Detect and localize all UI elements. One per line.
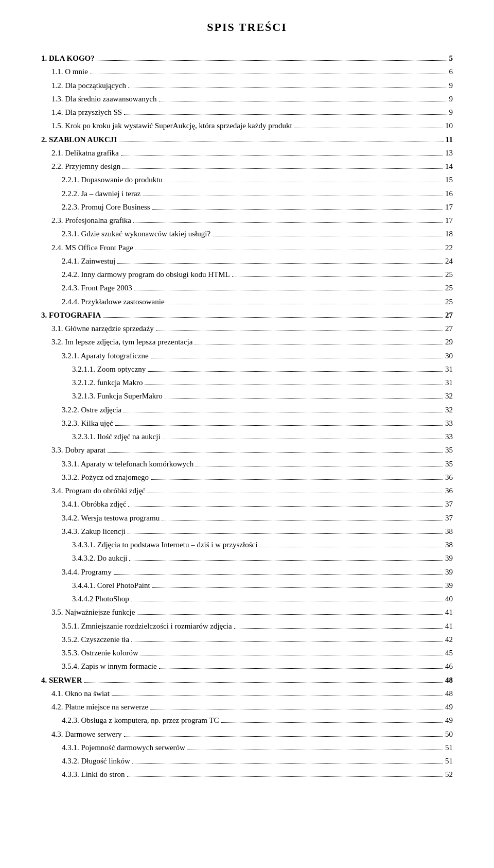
toc-page: 37 (445, 512, 453, 524)
toc-page: 39 (445, 566, 453, 578)
toc-page: 16 (445, 188, 453, 200)
toc-dots (187, 750, 443, 750)
toc-page: 51 (445, 755, 453, 767)
toc-dots (131, 641, 443, 642)
toc-label: 3.2. Im lepsze zdjęcia, tym lepsza preze… (51, 336, 192, 348)
toc-dots (196, 466, 443, 466)
toc-label: 3.4.3.1. Zdjęcia to podstawa Internetu –… (72, 539, 257, 551)
toc-dots (135, 250, 443, 250)
toc-entry: 3.2.1.3. Funkcja SuperMakro32 (41, 390, 453, 402)
toc-page: 14 (445, 161, 453, 172)
toc-entry: 3.2.3. Kilka ujęć33 (41, 418, 453, 429)
toc-page: 52 (445, 769, 453, 780)
toc-dots (103, 317, 443, 318)
toc-entry: 2.4.4. Przykładowe zastosowanie25 (41, 296, 453, 308)
toc-entry: 3.4.4. Programy39 (41, 566, 453, 578)
toc-entry: 3.5.1. Zmniejszanie rozdzielczości i roz… (41, 620, 453, 632)
toc-entry: 3.3.2. Pożycz od znajomego36 (41, 472, 453, 483)
toc-entry: 2.4.2. Inny darmowy program do obsługi k… (41, 269, 453, 281)
toc-label: 3.4.2. Wersja testowa programu (62, 512, 160, 524)
toc-label: 2.2.1. Dopasowanie do produktu (62, 174, 163, 186)
toc-label: 3.4.3. Zakup licencji (62, 526, 126, 537)
toc-page: 17 (445, 201, 453, 213)
toc-label: 3.4.4.1. Corel PhotoPaint (72, 580, 150, 592)
toc-dots (128, 88, 447, 88)
toc-dots (114, 574, 443, 575)
toc-page: 40 (445, 593, 453, 605)
toc-label: 1. DLA KOGO? (41, 53, 95, 64)
toc-dots (234, 628, 443, 629)
toc-entry: 2.4.3. Front Page 200325 (41, 282, 453, 294)
toc-dots (124, 114, 447, 115)
toc-dots (152, 587, 443, 588)
toc-page: 24 (445, 255, 453, 267)
toc-entry: 4.2. Płatne miejsce na serwerze49 (41, 701, 453, 713)
toc-label: 3.4.4.2 PhotoShop (72, 593, 129, 605)
toc-dots (151, 358, 443, 358)
toc-page: 25 (445, 269, 453, 281)
toc-dots (117, 263, 443, 264)
toc-entry: 3.5. Najważniejsze funkcje41 (41, 606, 453, 618)
toc-dots (131, 601, 443, 601)
toc-entry: 1. DLA KOGO?5 (41, 53, 453, 64)
toc-dots (140, 655, 443, 655)
toc-label: 2.4.3. Front Page 2003 (62, 282, 132, 294)
toc-dots (148, 371, 443, 372)
toc-label: 2.2.3. Promuj Core Business (62, 201, 150, 213)
toc-page: 25 (445, 296, 453, 308)
toc-dots (128, 506, 443, 507)
toc-page: 27 (445, 323, 453, 335)
toc-entry: 4.3.3. Linki do stron52 (41, 769, 453, 780)
toc-label: 1.1. O mnie (51, 66, 88, 78)
toc-label: 3. FOTOGRAFIA (41, 309, 101, 321)
toc-page: 37 (445, 498, 453, 510)
toc-entry: 3.1. Główne narzędzie sprzedaży27 (41, 323, 453, 335)
toc-entry: 4.3.1. Pojemność darmowych serwerów51 (41, 742, 453, 754)
toc-entry: 2.2.1. Dopasowanie do produktu15 (41, 174, 453, 186)
toc-entry: 1.3. Dla średnio zaawansowanych9 (41, 93, 453, 105)
toc-label: 3.1. Główne narzędzie sprzedaży (51, 323, 154, 335)
toc-label: 2.2. Przyjemny design (51, 161, 120, 172)
toc-entry: 4.3.2. Długość linków51 (41, 755, 453, 767)
toc-label: 2. SZABLON AUKCJI (41, 134, 117, 146)
toc-entry: 3.4.2. Wersja testowa programu37 (41, 512, 453, 524)
toc-dots (213, 236, 443, 236)
toc-label: 3.5.1. Zmniejszanie rozdzielczości i roz… (62, 620, 232, 632)
toc-label: 4.3.3. Linki do stron (62, 769, 125, 780)
toc-label: 2.3. Profesjonalna grafika (51, 215, 131, 227)
toc-dots (97, 60, 447, 61)
toc-page: 30 (445, 350, 453, 362)
toc-dots (137, 614, 443, 615)
toc-dots (151, 479, 443, 480)
toc-entry: 3.5.2. Czyszczenie tła42 (41, 634, 453, 646)
toc-entry: 2.1. Delikatna grafika13 (41, 147, 453, 159)
toc-entry: 4.1. Okno na świat48 (41, 688, 453, 700)
toc-dots (150, 709, 443, 709)
toc-entry: 3.2. Im lepsze zdjęcia, tym lepsza preze… (41, 336, 453, 348)
toc-label: 4.1. Okno na świat (51, 688, 110, 700)
toc-label: 1.2. Dla początkujących (51, 80, 126, 92)
toc-page: 46 (445, 661, 453, 672)
toc-label: 4. SERWER (41, 674, 82, 686)
toc-label: 3.2.1.3. Funkcja SuperMakro (72, 390, 163, 402)
toc-label: 4.2. Płatne miejsce na serwerze (51, 701, 148, 713)
toc-dots (221, 722, 443, 723)
toc-page: 15 (445, 174, 453, 186)
toc-dots (132, 763, 443, 763)
toc-entry: 4. SERWER48 (41, 674, 453, 686)
toc-page: 51 (445, 742, 453, 754)
toc-page: 36 (445, 485, 453, 497)
toc-page: 38 (445, 526, 453, 537)
toc-label: 3.2.3. Kilka ujęć (62, 418, 113, 429)
toc-dots (108, 452, 443, 453)
toc-label: 4.3. Darmowe serwery (51, 728, 122, 740)
toc-entry: 3.3. Dobry aparat35 (41, 444, 453, 456)
toc-label: 2.1. Delikatna grafika (51, 147, 119, 159)
toc-dots (128, 533, 443, 534)
toc-label: 3.2.1.1. Zoom optyczny (72, 363, 146, 375)
toc-dots (162, 520, 443, 520)
toc-label: 2.2.2. Ja – dawniej i teraz (62, 188, 140, 200)
toc-entry: 3.2.2. Ostre zdjęcia32 (41, 404, 453, 416)
toc-entry: 3.2.1.1. Zoom optyczny31 (41, 363, 453, 375)
toc-label: 3.3.2. Pożycz od znajomego (62, 472, 149, 483)
